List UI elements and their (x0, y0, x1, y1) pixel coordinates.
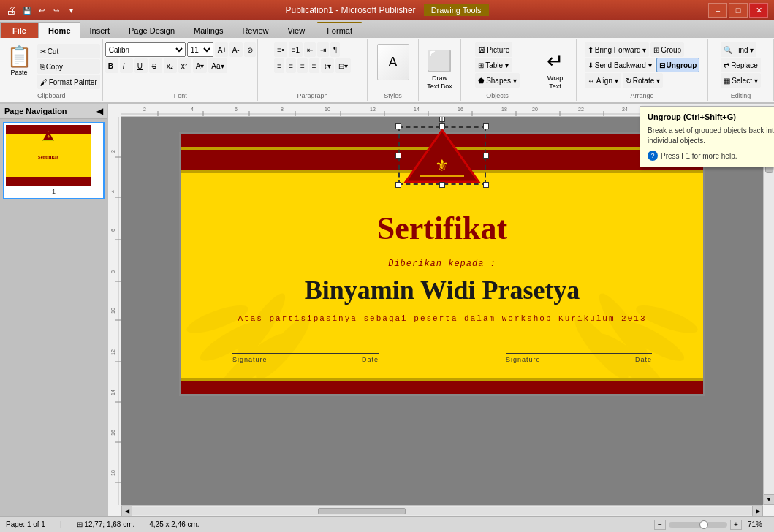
format-painter-button[interactable]: 🖌Format Painter (37, 75, 100, 89)
styles-swatch[interactable]: A (377, 44, 409, 80)
tab-file[interactable]: File (0, 22, 39, 38)
sidebar-close-button[interactable]: ◀ (96, 106, 103, 116)
decrease-font-button[interactable]: A- (229, 42, 243, 57)
numbering-button[interactable]: ≡1 (289, 42, 303, 57)
replace-icon: ⇄ (724, 61, 729, 69)
handle-bl[interactable] (395, 182, 401, 188)
font-color-button[interactable]: A▾ (193, 58, 208, 73)
paste-button[interactable]: 📋 Paste (3, 42, 36, 78)
scroll-left-button[interactable]: ◀ (121, 506, 132, 517)
logo-selected-group[interactable]: ⚜ (398, 126, 486, 185)
line-spacing-button[interactable]: ↕▾ (321, 58, 334, 73)
scroll-down-button[interactable]: ▼ (764, 494, 775, 505)
cert-title: Sertifikat (218, 210, 667, 247)
picture-button[interactable]: 🖼Picture (475, 42, 512, 57)
page-thumb-1[interactable]: ⚜ Sertifikat 1 (3, 122, 105, 200)
handle-mr[interactable] (483, 153, 489, 159)
wrap-text-button[interactable]: ↵ Wrap Text (539, 42, 572, 92)
minimize-button[interactable]: – (708, 3, 727, 18)
handle-tr[interactable] (483, 123, 489, 129)
draw-text-box-button[interactable]: ⬜ Draw Text Box (423, 42, 456, 92)
canvas-area[interactable]: ⚜ (121, 117, 763, 505)
find-button[interactable]: 🔍Find ▾ (721, 42, 756, 57)
handle-tl[interactable] (395, 123, 401, 129)
cert-body: Sertifikat Diberikan kepada : Binyamin W… (181, 173, 703, 378)
tab-view[interactable]: View (278, 22, 314, 38)
redo-button[interactable]: ↪ (50, 4, 63, 17)
tab-insert[interactable]: Insert (80, 22, 120, 38)
tab-format[interactable]: Format (317, 22, 362, 38)
increase-indent-button[interactable]: ⇥ (317, 42, 329, 57)
ruler-canvas-row: 2 4 6 8 10 12 14 16 18 (108, 117, 774, 505)
handle-tm[interactable] (439, 123, 445, 129)
zoom-thumb[interactable] (699, 520, 708, 529)
columns-button[interactable]: ⊟▾ (335, 58, 351, 73)
scroll-track-v[interactable] (764, 128, 774, 494)
group-button[interactable]: ⊞Group (650, 42, 684, 57)
ungroup-button[interactable]: ⊟Ungroup (656, 58, 700, 72)
cut-button[interactable]: ✂Cut (37, 44, 100, 58)
decrease-indent-button[interactable]: ⇤ (304, 42, 316, 57)
bold-button[interactable]: B (105, 58, 118, 73)
align-button[interactable]: ↔Align ▾ (585, 73, 621, 88)
tab-mailings[interactable]: Mailings (184, 22, 232, 38)
sidebar: Page Navigation ◀ ⚜ Sertifikat 1 (0, 104, 108, 516)
maximize-button[interactable]: □ (729, 3, 748, 18)
bullets-button[interactable]: ≡• (274, 42, 287, 57)
find-icon: 🔍 (724, 46, 732, 54)
tab-page-design[interactable]: Page Design (119, 22, 184, 38)
select-button[interactable]: ▦Select ▾ (721, 73, 761, 88)
tab-home[interactable]: Home (39, 22, 80, 38)
scroll-right-button[interactable]: ▶ (752, 506, 763, 517)
font-family-select[interactable]: Calibri (105, 42, 186, 57)
clear-format-button[interactable]: ⊘ (244, 42, 256, 57)
cut-icon: ✂ (40, 48, 46, 56)
handle-br[interactable] (483, 182, 489, 188)
page-navigation-label: Page Navigation (4, 107, 67, 115)
font-size-select[interactable]: 11 (187, 42, 213, 57)
copy-button[interactable]: ⎘Copy (37, 59, 100, 74)
align-center-button[interactable]: ≡ (286, 58, 296, 73)
increase-font-button[interactable]: A+ (215, 42, 228, 57)
replace-button[interactable]: ⇄Replace (721, 58, 761, 72)
justify-button[interactable]: ≡ (309, 58, 319, 73)
align-left-button[interactable]: ≡ (274, 58, 284, 73)
align-right-button[interactable]: ≡ (297, 58, 308, 73)
zoom-out-button[interactable]: − (654, 520, 666, 530)
more-quick-access[interactable]: ▾ (64, 4, 77, 17)
scrollbar-horizontal[interactable]: ◀ ▶ (121, 505, 763, 516)
underline-button[interactable]: U (134, 58, 148, 73)
ungroup-tooltip: Ungroup (Ctrl+Shift+G) Break a set of gr… (640, 117, 763, 167)
cert-sig-right: Signature Date (506, 338, 652, 363)
canvas-wrapper: 2 4 6 8 10 12 14 16 18 (108, 104, 774, 516)
scrollbar-horizontal-area: ◀ ▶ (121, 505, 774, 516)
ribbon: 📋 Paste ✂Cut ⎘Copy 🖌Format Painter Clipb… (0, 38, 774, 104)
close-button[interactable]: ✕ (749, 3, 768, 18)
save-button[interactable]: 💾 (20, 4, 34, 17)
zoom-slider[interactable] (669, 522, 727, 528)
bring-forward-button[interactable]: ⬆Bring Forward ▾ (585, 42, 650, 57)
handle-ml[interactable] (395, 153, 401, 159)
superscript-button[interactable]: x² (178, 58, 191, 73)
show-hide-button[interactable]: ¶ (330, 42, 340, 57)
cert-sig-right-line (506, 338, 652, 354)
tab-review[interactable]: Review (232, 22, 278, 38)
zoom-in-button[interactable]: + (730, 520, 742, 530)
scroll-thumb-h[interactable] (318, 508, 406, 514)
send-backward-button[interactable]: ⬇Send Backward ▾ (585, 58, 655, 72)
sidebar-content[interactable]: ⚜ Sertifikat 1 (0, 119, 107, 516)
scroll-track-h[interactable] (132, 507, 752, 515)
strikethrough-button[interactable]: S̶ (149, 58, 162, 73)
cert-description: Atas partisipasinya sebagai peserta dala… (218, 314, 667, 323)
table-button[interactable]: ⊞Table ▾ (475, 58, 512, 72)
change-case-button[interactable]: Aa▾ (208, 58, 227, 73)
handle-bm[interactable] (439, 182, 445, 188)
italic-button[interactable]: I (120, 58, 133, 73)
bring-forward-icon: ⬆ (588, 46, 593, 54)
ribbon-group-wrap-text: ↵ Wrap Text (534, 39, 577, 101)
subscript-button[interactable]: x₂ (164, 58, 177, 73)
undo-button[interactable]: ↩ (35, 4, 48, 17)
shapes-button[interactable]: ⬟Shapes ▾ (475, 73, 520, 88)
scrollbar-vertical[interactable]: ▲ ▼ (763, 117, 774, 505)
rotate-button[interactable]: ↻Rotate ▾ (623, 73, 663, 88)
